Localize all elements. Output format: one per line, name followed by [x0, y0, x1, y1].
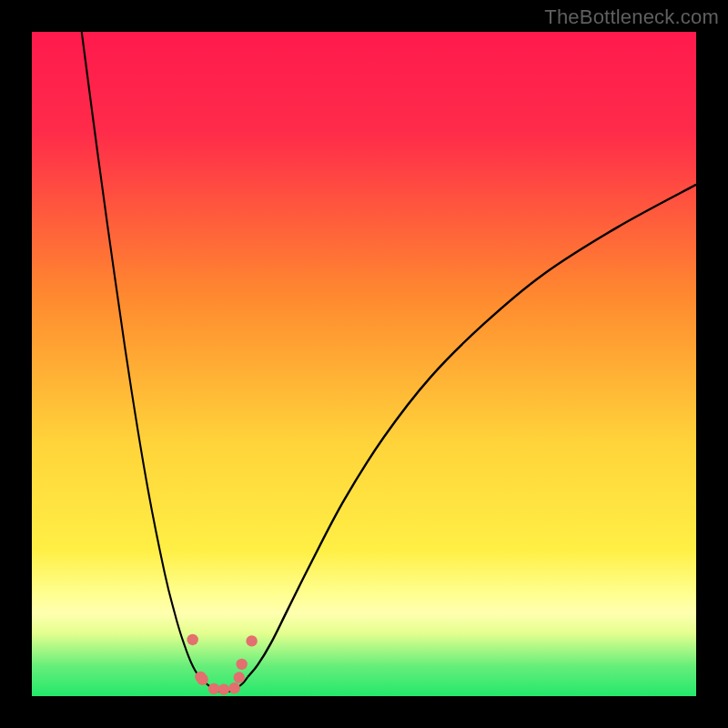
highlight-dot	[187, 634, 197, 645]
highlight-dot	[197, 674, 207, 685]
curve-layer	[32, 32, 696, 696]
curve-left-branch	[82, 32, 208, 685]
highlight-dot	[234, 672, 245, 682]
highlight-dot	[228, 682, 239, 693]
highlight-dot	[246, 635, 257, 646]
watermark-label: TheBottleneck.com	[544, 5, 719, 29]
highlight-dot	[218, 684, 229, 695]
chart-container: TheBottleneck.com	[0, 0, 728, 728]
plot-area	[32, 32, 696, 696]
highlight-dot	[236, 659, 247, 670]
highlight-dots	[187, 634, 257, 695]
curve-right-branch	[248, 185, 696, 677]
highlight-dot	[208, 683, 219, 694]
